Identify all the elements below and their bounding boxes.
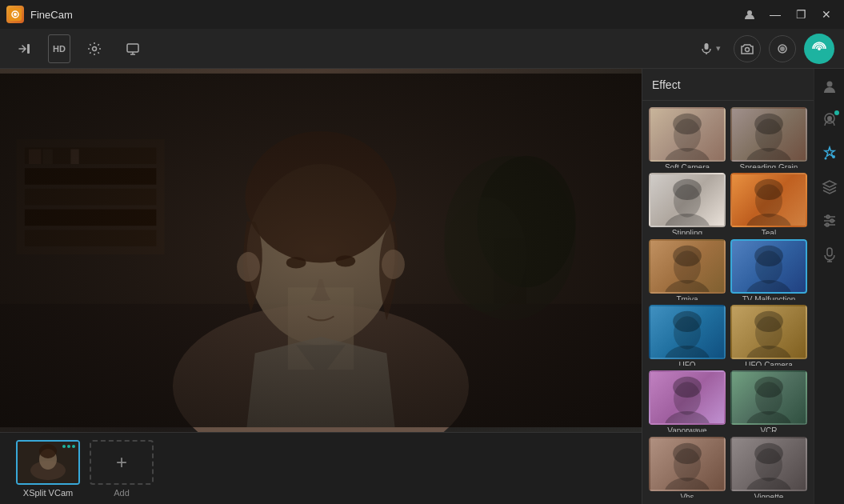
svg-point-35	[237, 252, 260, 282]
add-source-item[interactable]: + Add	[90, 440, 154, 498]
effect-thumb-spreading-grain	[730, 107, 807, 162]
svg-rect-7	[705, 43, 709, 50]
effect-name-ufo: UFO	[649, 359, 726, 366]
effect-thumb-soft-camera	[649, 107, 726, 162]
sidebar-effects-icon[interactable]	[818, 142, 841, 165]
export-button[interactable]	[10, 34, 38, 63]
camera-source-label: XSplit VCam	[23, 488, 73, 498]
effect-item-teal[interactable]: Teal	[730, 173, 807, 234]
svg-point-64	[673, 311, 702, 332]
effect-item-tmiya[interactable]: Tmiya	[649, 239, 726, 300]
restore-button[interactable]: ❐	[790, 6, 812, 23]
effect-item-vhs[interactable]: Vhs	[649, 437, 726, 498]
effect-item-ufo[interactable]: UFO	[649, 305, 726, 366]
sidebar-person-icon[interactable]	[818, 75, 841, 98]
settings-button[interactable]	[80, 34, 109, 63]
svg-rect-20	[25, 230, 157, 246]
svg-point-33	[286, 257, 306, 268]
effect-item-vignette[interactable]: Vignette	[730, 437, 807, 498]
effect-name-stippling: Stippling	[649, 227, 726, 234]
toolbar: HD ▾	[0, 29, 844, 69]
svg-point-9	[746, 47, 750, 51]
account-button[interactable]	[738, 6, 761, 23]
effect-item-vcr[interactable]: VCR	[730, 370, 807, 431]
svg-rect-21	[29, 150, 41, 165]
effect-name-vignette: Vignette	[730, 491, 807, 498]
effect-name-soft-camera: Soft Camera	[649, 162, 726, 168]
thumb-preview	[16, 440, 80, 485]
effect-thumb-stippling	[649, 173, 726, 227]
record-button[interactable]	[769, 35, 796, 62]
effect-thumb-ufo-camera	[730, 305, 807, 359]
effect-thumb-vcr	[730, 370, 807, 425]
svg-rect-25	[494, 238, 526, 304]
svg-rect-19	[25, 210, 157, 226]
effect-name-tv-malfunction: TV Malfunction	[730, 294, 807, 300]
sidebar-mic-icon[interactable]	[818, 243, 841, 266]
effect-item-spreading-grain[interactable]: Spreading Grain	[730, 107, 807, 168]
monitor-button[interactable]	[118, 34, 147, 63]
add-box[interactable]: +	[90, 440, 154, 485]
svg-point-83	[832, 155, 835, 158]
titlebar-controls: — ❐ ✕	[738, 6, 838, 23]
sidebar-avatar-icon[interactable]	[818, 109, 841, 131]
effect-name-vhs: Vhs	[649, 491, 726, 498]
svg-rect-14	[0, 74, 642, 304]
minimize-button[interactable]: —	[764, 6, 786, 23]
close-button[interactable]: ✕	[815, 6, 838, 23]
svg-point-46	[673, 114, 702, 134]
effect-item-soft-camera[interactable]: Soft Camera	[649, 107, 726, 168]
effect-name-tmiya: Tmiya	[649, 294, 726, 300]
sidebar-layers-icon[interactable]	[818, 176, 841, 198]
svg-point-31	[246, 164, 394, 345]
svg-point-5	[93, 46, 97, 50]
effect-item-tv-malfunction[interactable]: TV Malfunction	[730, 239, 807, 300]
toolbar-right: ▾	[695, 34, 834, 64]
svg-point-90	[826, 223, 829, 226]
effect-name-spreading-grain: Spreading Grain	[730, 162, 807, 168]
live-button[interactable]	[804, 34, 834, 64]
sidebar-sliders-icon[interactable]	[818, 210, 841, 232]
svg-point-34	[336, 255, 356, 266]
effect-thumb-vaporwave	[649, 370, 726, 425]
effect-thumb-teal	[730, 173, 807, 227]
svg-point-2	[14, 13, 17, 16]
camera-source-item[interactable]: XSplit VCam	[16, 440, 80, 498]
svg-point-58	[673, 245, 702, 266]
effect-item-stippling[interactable]: Stippling	[649, 173, 726, 234]
svg-point-27	[477, 156, 575, 288]
effect-thumb-vignette	[730, 437, 807, 491]
camera-snapshot-button[interactable]	[734, 35, 761, 62]
svg-rect-91	[827, 248, 832, 256]
hd-button[interactable]: HD	[48, 34, 70, 63]
svg-point-12	[818, 47, 820, 49]
effect-name-teal: Teal	[730, 227, 807, 234]
svg-point-73	[754, 377, 783, 398]
app-logo	[6, 6, 24, 23]
effect-thumb-ufo	[649, 305, 726, 359]
titlebar-left: FineCam	[6, 6, 73, 23]
svg-rect-6	[127, 44, 138, 52]
svg-rect-4	[27, 44, 30, 54]
svg-point-76	[673, 442, 702, 463]
effects-panel: Effect Soft CameraSpreading GrainStippli…	[642, 69, 814, 504]
effect-name-vaporwave: Vaporwave	[649, 425, 726, 431]
svg-point-70	[673, 377, 702, 398]
effects-grid: Soft CameraSpreading GrainStipplingTealT…	[642, 101, 814, 504]
svg-rect-18	[25, 189, 157, 206]
video-preview	[0, 69, 642, 432]
svg-point-29	[173, 304, 469, 432]
svg-rect-15	[17, 139, 165, 254]
svg-rect-13	[0, 74, 642, 427]
svg-point-80	[826, 82, 832, 87]
effect-item-ufo-camera[interactable]: UFO Camera	[730, 305, 807, 366]
effects-header: Effect	[642, 69, 814, 101]
mic-button[interactable]: ▾	[695, 39, 726, 58]
svg-rect-37	[0, 74, 642, 427]
svg-point-52	[673, 179, 702, 200]
svg-point-89	[830, 219, 834, 222]
svg-point-84	[824, 158, 826, 160]
app-title: FineCam	[30, 9, 73, 21]
effect-item-vaporwave[interactable]: Vaporwave	[649, 370, 726, 431]
effect-name-ufo-camera: UFO Camera	[730, 359, 807, 366]
